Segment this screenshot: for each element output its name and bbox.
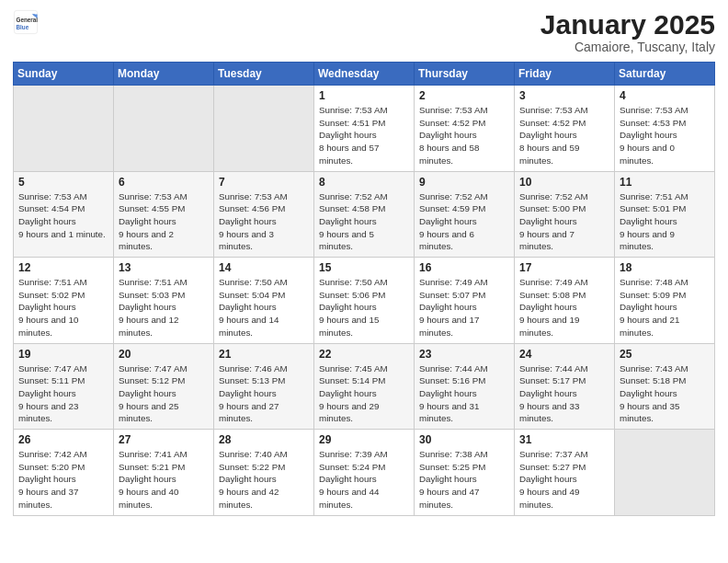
day-info: Sunrise: 7:51 AMSunset: 5:03 PMDaylight … [119, 276, 209, 339]
calendar-cell: 12Sunrise: 7:51 AMSunset: 5:02 PMDayligh… [14, 258, 114, 344]
calendar-cell: 24Sunrise: 7:44 AMSunset: 5:17 PMDayligh… [515, 343, 615, 430]
day-info: Sunrise: 7:47 AMSunset: 5:11 PMDaylight … [18, 362, 108, 426]
day-number: 5 [18, 176, 108, 189]
calendar-cell: 16Sunrise: 7:49 AMSunset: 5:07 PMDayligh… [415, 258, 515, 344]
calendar-cell: 27Sunrise: 7:41 AMSunset: 5:21 PMDayligh… [114, 430, 214, 516]
day-info: Sunrise: 7:40 AMSunset: 5:22 PMDaylight … [219, 448, 309, 511]
header: General Blue January 2025 Camaiore, Tusc… [13, 9, 715, 54]
day-info: Sunrise: 7:49 AMSunset: 5:07 PMDaylight … [419, 276, 509, 339]
day-number: 24 [519, 348, 609, 361]
day-info: Sunrise: 7:52 AMSunset: 4:58 PMDaylight … [319, 190, 409, 254]
day-number: 26 [18, 433, 108, 446]
day-info: Sunrise: 7:46 AMSunset: 5:13 PMDaylight … [219, 362, 309, 426]
day-number: 14 [219, 261, 309, 274]
calendar-cell: 7Sunrise: 7:53 AMSunset: 4:56 PMDaylight… [214, 171, 314, 258]
calendar-cell: 13Sunrise: 7:51 AMSunset: 5:03 PMDayligh… [114, 258, 214, 344]
day-number: 11 [620, 176, 710, 189]
day-number: 4 [620, 89, 710, 102]
day-info: Sunrise: 7:45 AMSunset: 5:14 PMDaylight … [319, 362, 409, 426]
day-info: Sunrise: 7:53 AMSunset: 4:51 PMDaylight … [319, 104, 409, 167]
day-info: Sunrise: 7:51 AMSunset: 5:01 PMDaylight … [620, 190, 710, 254]
day-number: 6 [119, 176, 209, 189]
day-number: 21 [219, 348, 309, 361]
calendar-cell: 26Sunrise: 7:42 AMSunset: 5:20 PMDayligh… [14, 430, 114, 516]
calendar-cell: 25Sunrise: 7:43 AMSunset: 5:18 PMDayligh… [615, 343, 715, 430]
day-number: 8 [319, 176, 409, 189]
day-number: 27 [119, 433, 209, 446]
day-number: 15 [319, 261, 409, 274]
day-info: Sunrise: 7:48 AMSunset: 5:09 PMDaylight … [620, 276, 710, 339]
calendar-cell: 31Sunrise: 7:37 AMSunset: 5:27 PMDayligh… [515, 430, 615, 516]
calendar-subtitle: Camaiore, Tuscany, Italy [540, 40, 715, 54]
day-info: Sunrise: 7:43 AMSunset: 5:18 PMDaylight … [620, 362, 710, 426]
calendar-cell: 4Sunrise: 7:53 AMSunset: 4:53 PMDaylight… [615, 86, 715, 172]
day-info: Sunrise: 7:53 AMSunset: 4:53 PMDaylight … [620, 104, 710, 167]
day-info: Sunrise: 7:53 AMSunset: 4:55 PMDaylight … [119, 190, 209, 254]
day-info: Sunrise: 7:44 AMSunset: 5:17 PMDaylight … [519, 362, 609, 426]
day-number: 10 [519, 176, 609, 189]
calendar-cell: 14Sunrise: 7:50 AMSunset: 5:04 PMDayligh… [214, 258, 314, 344]
day-info: Sunrise: 7:41 AMSunset: 5:21 PMDaylight … [119, 448, 209, 511]
day-number: 19 [18, 348, 108, 361]
day-info: Sunrise: 7:44 AMSunset: 5:16 PMDaylight … [419, 362, 509, 426]
day-number: 31 [519, 433, 609, 446]
day-number: 22 [319, 348, 409, 361]
day-info: Sunrise: 7:50 AMSunset: 5:06 PMDaylight … [319, 276, 409, 339]
week-row-5: 26Sunrise: 7:42 AMSunset: 5:20 PMDayligh… [14, 430, 715, 516]
day-info: Sunrise: 7:37 AMSunset: 5:27 PMDaylight … [519, 448, 609, 511]
calendar-cell: 21Sunrise: 7:46 AMSunset: 5:13 PMDayligh… [214, 343, 314, 430]
calendar-cell: 17Sunrise: 7:49 AMSunset: 5:08 PMDayligh… [515, 258, 615, 344]
day-info: Sunrise: 7:50 AMSunset: 5:04 PMDaylight … [219, 276, 309, 339]
logo-icon: General Blue [13, 9, 39, 35]
day-number: 7 [219, 176, 309, 189]
calendar-cell [114, 86, 214, 172]
calendar-cell: 18Sunrise: 7:48 AMSunset: 5:09 PMDayligh… [615, 258, 715, 344]
svg-text:Blue: Blue [17, 24, 29, 30]
day-info: Sunrise: 7:51 AMSunset: 5:02 PMDaylight … [18, 276, 108, 339]
week-row-4: 19Sunrise: 7:47 AMSunset: 5:11 PMDayligh… [14, 343, 715, 430]
day-number: 3 [519, 89, 609, 102]
weekday-header-saturday: Saturday [615, 63, 715, 86]
weekday-header-thursday: Thursday [415, 63, 515, 86]
svg-text:General: General [17, 17, 39, 23]
calendar-cell: 19Sunrise: 7:47 AMSunset: 5:11 PMDayligh… [14, 343, 114, 430]
calendar-cell: 1Sunrise: 7:53 AMSunset: 4:51 PMDaylight… [314, 86, 415, 172]
day-number: 28 [219, 433, 309, 446]
weekday-header-sunday: Sunday [14, 63, 114, 86]
day-info: Sunrise: 7:52 AMSunset: 5:00 PMDaylight … [519, 190, 609, 254]
day-number: 23 [419, 348, 509, 361]
day-number: 25 [620, 348, 710, 361]
calendar-cell: 2Sunrise: 7:53 AMSunset: 4:52 PMDaylight… [415, 86, 515, 172]
calendar-cell: 3Sunrise: 7:53 AMSunset: 4:52 PMDaylight… [515, 86, 615, 172]
week-row-2: 5Sunrise: 7:53 AMSunset: 4:54 PMDaylight… [14, 171, 715, 258]
day-number: 18 [620, 261, 710, 274]
day-info: Sunrise: 7:53 AMSunset: 4:52 PMDaylight … [519, 104, 609, 167]
calendar-cell: 10Sunrise: 7:52 AMSunset: 5:00 PMDayligh… [515, 171, 615, 258]
day-number: 29 [319, 433, 409, 446]
title-block: January 2025 Camaiore, Tuscany, Italy [540, 9, 715, 54]
day-info: Sunrise: 7:53 AMSunset: 4:54 PMDaylight … [18, 190, 108, 241]
calendar-cell: 8Sunrise: 7:52 AMSunset: 4:58 PMDaylight… [314, 171, 415, 258]
day-number: 12 [18, 261, 108, 274]
day-number: 9 [419, 176, 509, 189]
calendar-body: 1Sunrise: 7:53 AMSunset: 4:51 PMDaylight… [14, 86, 715, 516]
calendar-table: SundayMondayTuesdayWednesdayThursdayFrid… [13, 62, 715, 516]
calendar-cell: 15Sunrise: 7:50 AMSunset: 5:06 PMDayligh… [314, 258, 415, 344]
day-info: Sunrise: 7:53 AMSunset: 4:56 PMDaylight … [219, 190, 309, 254]
calendar-title: January 2025 [540, 9, 715, 40]
day-info: Sunrise: 7:42 AMSunset: 5:20 PMDaylight … [18, 448, 108, 511]
day-number: 17 [519, 261, 609, 274]
calendar-cell: 30Sunrise: 7:38 AMSunset: 5:25 PMDayligh… [415, 430, 515, 516]
weekday-header-row: SundayMondayTuesdayWednesdayThursdayFrid… [14, 63, 715, 86]
calendar-cell: 11Sunrise: 7:51 AMSunset: 5:01 PMDayligh… [615, 171, 715, 258]
day-number: 2 [419, 89, 509, 102]
weekday-header-wednesday: Wednesday [314, 63, 415, 86]
calendar-cell [14, 86, 114, 172]
logo: General Blue [13, 9, 39, 35]
calendar-cell: 5Sunrise: 7:53 AMSunset: 4:54 PMDaylight… [14, 171, 114, 258]
calendar-cell: 23Sunrise: 7:44 AMSunset: 5:16 PMDayligh… [415, 343, 515, 430]
weekday-header-monday: Monday [114, 63, 214, 86]
day-info: Sunrise: 7:39 AMSunset: 5:24 PMDaylight … [319, 448, 409, 511]
weekday-header-tuesday: Tuesday [214, 63, 314, 86]
day-number: 20 [119, 348, 209, 361]
